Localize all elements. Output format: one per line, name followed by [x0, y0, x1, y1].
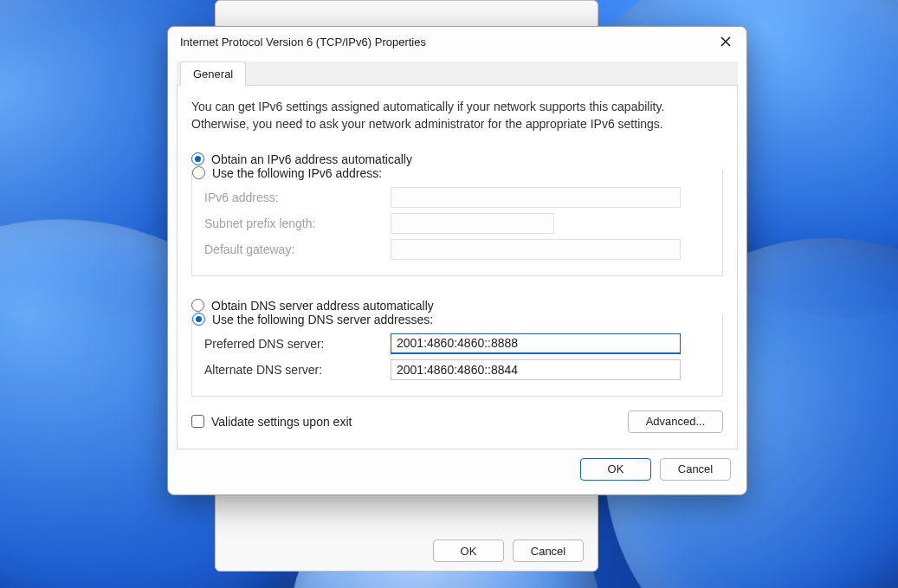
radio-dns-manual-label: Use the following DNS server addresses:: [212, 313, 433, 326]
advanced-button[interactable]: Advanced...: [628, 410, 723, 433]
checkbox-icon: [191, 415, 204, 428]
tabstrip: General: [177, 61, 738, 86]
radio-dns-auto-label: Obtain DNS server address automatically: [211, 299, 434, 313]
close-button[interactable]: [714, 31, 738, 52]
radio-icon: [192, 166, 205, 179]
radio-ip-auto-label: Obtain an IPv6 address automatically: [211, 152, 412, 166]
tab-panel-general: You can get IPv6 settings assigned autom…: [177, 86, 738, 449]
radio-ip-manual[interactable]: Use the following IPv6 address:: [192, 165, 710, 182]
preferred-dns-input[interactable]: [391, 333, 681, 354]
validate-checkbox[interactable]: Validate settings upon exit: [191, 415, 352, 429]
tab-general[interactable]: General: [180, 61, 246, 86]
ipv6-properties-dialog: Internet Protocol Version 6 (TCP/IPv6) P…: [167, 26, 747, 495]
close-icon: [720, 36, 731, 47]
ipv6-address-input: [391, 187, 681, 208]
parent-cancel-button[interactable]: Cancel: [513, 540, 584, 562]
titlebar: Internet Protocol Version 6 (TCP/IPv6) P…: [168, 27, 746, 56]
preferred-dns-label: Preferred DNS server:: [204, 337, 391, 351]
dns-manual-group: Use the following DNS server addresses: …: [191, 316, 723, 397]
field-alternate-dns: Alternate DNS server:: [204, 359, 710, 380]
cancel-button[interactable]: Cancel: [660, 458, 731, 481]
field-default-gateway: Default gateway:: [204, 239, 710, 260]
radio-ip-manual-label: Use the following IPv6 address:: [212, 166, 382, 180]
radio-icon: [191, 152, 204, 165]
ipv6-address-label: IPv6 address:: [204, 191, 391, 204]
description-text: You can get IPv6 settings assigned autom…: [191, 98, 723, 133]
default-gateway-label: Default gateway:: [204, 242, 391, 256]
ip-manual-group: Use the following IPv6 address: IPv6 add…: [191, 170, 723, 276]
prefix-length-input: [391, 213, 554, 234]
validate-checkbox-label: Validate settings upon exit: [211, 415, 352, 429]
radio-dns-manual[interactable]: Use the following DNS server addresses:: [192, 311, 710, 328]
radio-icon: [191, 299, 204, 312]
prefix-length-label: Subnet prefix length:: [204, 216, 391, 230]
parent-ok-button[interactable]: OK: [433, 540, 504, 562]
ok-button[interactable]: OK: [580, 458, 651, 481]
alternate-dns-label: Alternate DNS server:: [204, 363, 391, 377]
window-title: Internet Protocol Version 6 (TCP/IPv6) P…: [180, 36, 426, 48]
field-prefix-length: Subnet prefix length:: [204, 213, 710, 234]
field-ipv6-address: IPv6 address:: [204, 187, 710, 208]
default-gateway-input: [391, 239, 681, 260]
field-preferred-dns: Preferred DNS server:: [204, 333, 710, 354]
radio-icon: [192, 313, 205, 326]
alternate-dns-input[interactable]: [391, 359, 681, 380]
